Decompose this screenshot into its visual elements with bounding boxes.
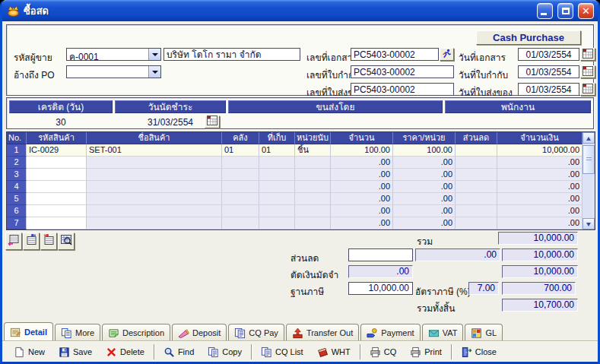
cell-qty[interactable]: 100.00 [331,144,393,157]
cell-warehouse[interactable] [222,169,259,181]
row-number[interactable]: 4 [7,181,27,193]
copy-button[interactable]: Copy [201,343,249,361]
cell-qty[interactable]: .00 [331,181,393,193]
scroll-down-icon[interactable] [583,218,595,229]
due-date-calendar-button[interactable] [205,116,220,128]
wht-button[interactable]: WHT [310,343,357,361]
cell-unit-price[interactable]: .00 [393,157,456,169]
cell-location[interactable] [259,205,295,217]
row-number[interactable]: 6 [7,205,27,217]
find-button[interactable]: Find [157,343,201,361]
cell-unit[interactable] [295,157,331,169]
cell-product-code[interactable] [27,205,87,217]
cell-unit-price[interactable]: .00 [393,193,456,205]
cell-location[interactable] [259,181,295,193]
cell-unit[interactable] [295,193,331,205]
vendor-name-field[interactable] [163,48,300,61]
cell-discount[interactable] [456,205,497,217]
cell-location[interactable]: 01 [259,144,295,157]
tax-base-input[interactable]: 10,000.00 [348,282,413,295]
cell-qty[interactable]: .00 [331,205,393,217]
cell-warehouse[interactable] [222,193,259,205]
discount-input[interactable] [348,248,413,261]
table-row[interactable]: 1 IC-0029 SET-001 01 01 ชิ้น 100.00 100.… [7,144,583,157]
cell-product-code[interactable] [27,181,87,193]
cell-product-code[interactable] [27,193,87,205]
cell-amount[interactable]: .00 [497,217,583,229]
cell-discount[interactable] [456,144,497,157]
tab-gl[interactable]: GL [465,324,503,341]
tab-transfer-out[interactable]: Transfer Out [286,324,359,341]
cell-product-code[interactable] [27,157,87,169]
cell-amount[interactable]: .00 [497,169,583,181]
cell-unit[interactable] [295,169,331,181]
delivery-date-field[interactable] [518,83,579,96]
cell-amount[interactable]: .00 [497,205,583,217]
cell-amount[interactable]: .00 [497,157,583,169]
tab-payment[interactable]: Payment [360,324,420,341]
row-number[interactable]: 1 [7,144,27,157]
delete-button[interactable]: Delete [99,343,151,361]
credit-days-value[interactable]: 30 [9,116,113,129]
cell-product-name[interactable] [87,205,222,217]
print-button[interactable]: Print [403,343,449,361]
transport-value[interactable] [228,116,443,129]
cell-discount[interactable] [456,157,497,169]
cell-qty[interactable]: .00 [331,217,393,229]
view-grid-button[interactable] [58,233,75,250]
cell-unit[interactable]: ชิ้น [295,144,331,157]
cell-amount[interactable]: .00 [497,193,583,205]
cell-unit[interactable] [295,217,331,229]
table-scrollbar[interactable] [583,132,595,229]
cell-qty[interactable]: .00 [331,169,393,181]
minimize-button[interactable] [537,3,553,19]
table-row[interactable]: 3 .00 .00 .00 [7,169,583,181]
doc-date-calendar-button[interactable] [580,48,595,61]
cell-warehouse[interactable] [222,157,259,169]
invoice-no-field[interactable] [351,65,454,78]
cell-unit[interactable] [295,205,331,217]
cell-unit-price[interactable]: .00 [393,205,456,217]
scroll-up-icon[interactable] [583,132,595,144]
cq-list-button[interactable]: CQ List [254,343,310,361]
table-row[interactable]: 2 .00 .00 .00 [7,157,583,169]
cell-location[interactable] [259,169,295,181]
invoice-date-calendar-button[interactable] [580,65,595,78]
delivery-date-calendar-button[interactable] [580,83,595,96]
cell-discount[interactable] [456,193,497,205]
add-row-button[interactable] [5,233,22,250]
tab-vat[interactable]: VAT [422,324,464,341]
cell-product-code[interactable]: IC-0029 [27,144,87,157]
cell-unit-price[interactable]: .00 [393,181,456,193]
due-date-value[interactable]: 31/03/2554 [115,116,226,129]
po-reference-combobox[interactable] [66,65,161,78]
vendor-code-combobox[interactable]: ค-0001 [66,48,161,61]
cell-amount[interactable]: .00 [497,181,583,193]
cell-unit-price[interactable]: .00 [393,217,456,229]
cell-product-name[interactable]: SET-001 [87,144,222,157]
cell-product-name[interactable] [87,181,222,193]
cq-print-button[interactable]: CQ [363,343,404,361]
cell-warehouse[interactable]: 01 [222,144,259,157]
cell-product-name[interactable] [87,157,222,169]
cell-unit-price[interactable]: .00 [393,169,456,181]
doc-no-field[interactable] [351,48,439,61]
new-button[interactable]: New [7,343,52,361]
doc-date-field[interactable] [518,48,579,61]
row-number[interactable]: 5 [7,193,27,205]
cell-warehouse[interactable] [222,217,259,229]
cell-location[interactable] [259,193,295,205]
maximize-button[interactable] [557,3,573,19]
run-number-button[interactable] [440,48,454,61]
cell-location[interactable] [259,157,295,169]
save-button[interactable]: Save [52,343,99,361]
delete-row-button[interactable] [40,233,57,250]
row-number[interactable]: 3 [7,169,27,181]
tab-cq-pay[interactable]: CQ Pay [228,324,284,341]
tab-detail[interactable]: Detail [4,322,53,341]
cell-qty[interactable]: .00 [331,193,393,205]
delivery-no-field[interactable] [351,83,454,96]
cell-product-code[interactable] [27,217,87,229]
tab-more[interactable]: More [55,324,100,341]
table-row[interactable]: 5 .00 .00 .00 [7,193,583,205]
